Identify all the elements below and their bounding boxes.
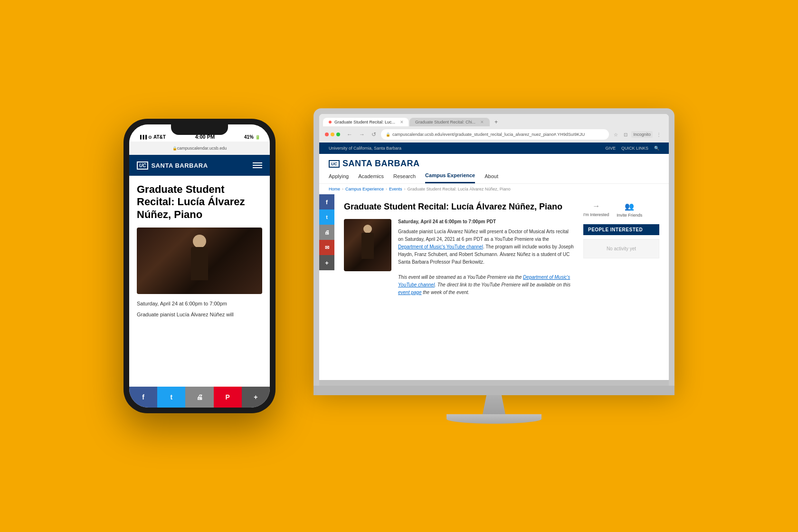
new-tab-button[interactable]: + — [491, 118, 502, 126]
share-pinterest-button[interactable]: P — [214, 387, 242, 408]
phone-url-bar[interactable]: 🔒 campuscalendar.ucsb.edu — [129, 142, 270, 155]
quick-links-dropdown[interactable]: QUICK LINKS — [621, 146, 648, 151]
breadcrumb: Home › Campus Experience › Events › Grad… — [319, 184, 669, 194]
monitor: Graduate Student Recital: Luc... ✕ Gradu… — [314, 108, 674, 386]
share-twitter-button[interactable]: t — [157, 387, 185, 408]
refresh-button[interactable]: ↺ — [370, 130, 378, 139]
uc-logo: UC SANTA BARBARA — [329, 159, 420, 169]
social-mail-button[interactable]: ✉ — [319, 240, 334, 255]
people-interested-header: PEOPLE INTERESTED — [583, 224, 659, 235]
phone-inner: ▐▐▐ ⊙ AT&T 4:00 PM 41% 🔋 🔒 campuscalenda… — [129, 124, 270, 408]
search-icon[interactable]: 🔍 — [654, 146, 659, 151]
arrow-icon: → — [592, 202, 600, 210]
uc-top-bar: University of California, Santa Barbara … — [319, 142, 669, 154]
browser-tab-inactive[interactable]: Graduate Student Recital: Chi... ✕ — [409, 118, 490, 126]
university-name: University of California, Santa Barbara — [329, 146, 401, 151]
breadcrumb-home[interactable]: Home — [329, 187, 340, 191]
uc-nav-items: Applying Academics Research Campus Exper… — [329, 172, 659, 183]
content-with-social: f t 🖨 ✉ + Graduate Student Recital: Lucí… — [319, 194, 669, 304]
menu-icon[interactable]: ⋮ — [655, 131, 663, 138]
battery-icon: 🔋 — [255, 135, 260, 140]
hamburger-menu[interactable] — [253, 162, 262, 168]
nav-research[interactable]: Research — [393, 173, 416, 183]
back-button[interactable]: ← — [345, 130, 354, 139]
phone-mockup: ▐▐▐ ⊙ AT&T 4:00 PM 41% 🔋 🔒 campuscalenda… — [124, 119, 276, 413]
signal-icon: ▐▐▐ — [139, 135, 147, 139]
phone-content: Graduate Student Recital: Lucía Álvarez … — [129, 176, 270, 387]
event-content: Graduate Student Recital: Lucía Álvarez … — [334, 194, 669, 304]
browser-chrome: Graduate Student Recital: Luc... ✕ Gradu… — [319, 114, 669, 142]
breadcrumb-campus[interactable]: Campus Experience — [345, 187, 384, 191]
lock-icon: 🔒 — [172, 146, 177, 151]
invite-label: Invite Friends — [617, 213, 642, 218]
social-twitter-button[interactable]: t — [319, 209, 334, 225]
event-title: Graduate Student Recital: Lucía Álvarez … — [344, 202, 574, 212]
browser-tabs: Graduate Student Recital: Luc... ✕ Gradu… — [323, 118, 665, 126]
share-facebook-button[interactable]: f — [129, 387, 157, 408]
uc-box: UC — [329, 160, 340, 168]
phone-event-title: Graduate Student Recital: Lucía Álvarez … — [137, 183, 262, 221]
phone-notch — [171, 124, 228, 135]
url-bar[interactable]: 🔒 campuscalendar.ucsb.edu/event/graduate… — [381, 129, 609, 140]
nav-about[interactable]: About — [484, 173, 498, 183]
event-date: Saturday, April 24 at 6:00pm to 7:00pm P… — [398, 219, 574, 224]
share-print-button[interactable]: 🖨 — [185, 387, 213, 408]
main-scene: ▐▐▐ ⊙ AT&T 4:00 PM 41% 🔋 🔒 campuscalenda… — [0, 0, 798, 532]
social-more-button[interactable]: + — [319, 255, 334, 270]
interested-label: I'm Interested — [583, 212, 609, 217]
extensions-icon[interactable]: ⊡ — [622, 131, 629, 138]
pianist-figure-desktop — [358, 225, 377, 265]
event-text: Saturday, April 24 at 6:00pm to 7:00pm P… — [398, 219, 574, 296]
event-description: Graduate pianist Lucía Álvarez Núñez wil… — [398, 228, 574, 296]
forward-button[interactable]: → — [357, 130, 367, 139]
event-desc-4: . The direct link to the YouTube Premier… — [435, 282, 570, 287]
im-interested-button[interactable]: → I'm Interested — [583, 202, 609, 217]
uc-main-nav: UC SANTA BARBARA Applying Academics Rese… — [319, 154, 669, 184]
monitor-wrapper: Graduate Student Recital: Luc... ✕ Gradu… — [314, 108, 674, 424]
breadcrumb-events[interactable]: Events — [389, 187, 402, 191]
event-page-link[interactable]: event page — [398, 290, 422, 295]
maximize-dot[interactable] — [336, 133, 340, 136]
browser-tab-active[interactable]: Graduate Student Recital: Luc... ✕ — [323, 118, 408, 126]
phone-header: UC SANTA BARBARA — [129, 155, 270, 176]
event-image — [344, 219, 391, 271]
browser-nav: ← → ↺ 🔒 campuscalendar.ucsb.edu/event/gr… — [323, 129, 665, 142]
phone-event-desc: Graduate pianist Lucía Álvarez Núñez wil… — [137, 311, 262, 318]
social-facebook-button[interactable]: f — [319, 194, 334, 209]
nav-applying[interactable]: Applying — [329, 173, 349, 183]
print-icon: 🖨 — [196, 393, 203, 401]
wifi-icon: ⊙ — [148, 135, 152, 140]
event-sidebar: → I'm Interested 👥 Invite Friends PEOPLE… — [583, 202, 659, 296]
bookmark-icon[interactable]: ☆ — [612, 131, 620, 138]
monitor-chin — [314, 386, 674, 395]
phone-event-image — [137, 228, 262, 294]
phone-event-date: Saturday, April 24 at 6:00pm to 7:00pm — [137, 301, 262, 306]
phone-carrier: ▐▐▐ ⊙ AT&T — [139, 134, 166, 140]
event-main: Graduate Student Recital: Lucía Álvarez … — [344, 202, 574, 296]
traffic-lights — [325, 133, 340, 136]
phone-battery: 41% 🔋 — [244, 134, 260, 140]
uc-logo-row: UC SANTA BARBARA — [329, 159, 659, 169]
phone-share-bar: f t 🖨 P + — [129, 387, 270, 408]
event-desc-5: the week of the event. — [422, 290, 470, 295]
nav-academics[interactable]: Academics — [358, 173, 384, 183]
event-desc-3: This event will be streamed as a YouTube… — [398, 275, 523, 280]
monitor-stand-neck — [475, 395, 513, 414]
close-dot[interactable] — [325, 133, 329, 136]
nav-campus-experience[interactable]: Campus Experience — [425, 172, 475, 183]
youtube-link-1[interactable]: Department of Music's YouTube channel — [398, 244, 483, 249]
event-desc-1: Graduate pianist Lucía Álvarez Núñez wil… — [398, 229, 569, 242]
monitor-bezel-bottom — [319, 380, 669, 386]
give-link[interactable]: GIVE — [605, 146, 616, 151]
invite-friends-button[interactable]: 👥 Invite Friends — [617, 202, 642, 218]
social-sidebar: f t 🖨 ✉ + — [319, 194, 334, 304]
share-more-button[interactable]: + — [242, 387, 270, 408]
uc-school-name: SANTA BARBARA — [342, 159, 420, 169]
top-bar-actions: GIVE QUICK LINKS 🔍 — [605, 146, 659, 151]
browser-nav-right: ☆ ⊡ Incognito ⋮ — [612, 131, 663, 138]
phone-logo: UC SANTA BARBARA — [137, 162, 208, 170]
minimize-dot[interactable] — [331, 133, 334, 136]
lock-icon: 🔒 — [386, 133, 390, 137]
breadcrumb-current: Graduate Student Recital: Lucía Álvarez … — [408, 187, 511, 191]
social-print-button[interactable]: 🖨 — [319, 225, 334, 240]
